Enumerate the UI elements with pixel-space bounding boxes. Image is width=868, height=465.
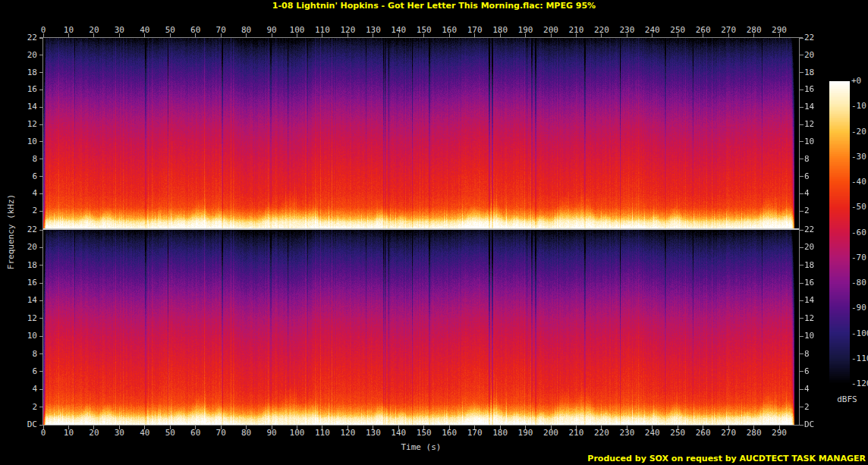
freq-tick-label-left-ch1: 6 [0,172,37,181]
freq-tick-label-left-ch1: 8 [0,155,37,164]
freq-tick-left-ch2 [39,336,43,337]
time-tick-label-top: 230 [615,26,638,35]
freq-tick-right-ch2 [800,230,804,231]
freq-tick-right-ch2 [800,283,804,284]
freq-tick-right-ch2 [800,336,804,337]
time-tick-label-bottom: 80 [235,429,258,438]
time-tick-label-top: 50 [159,26,181,35]
freq-tick-left-ch2 [39,230,43,231]
colorbar-tick-label: -20 [851,127,868,137]
freq-tick-left-ch1 [39,55,43,55]
time-tick-label-top: 70 [209,26,232,35]
time-tick-label-bottom: 270 [717,429,740,438]
freq-tick-left-ch1 [39,107,43,108]
freq-tick-left-ch2 [39,425,43,426]
freq-tick-label-right-ch1: 4 [804,189,830,198]
freq-tick-right-ch1 [800,90,804,90]
freq-tick-label-right-ch2: 10 [804,331,830,341]
freq-tick-label-right-ch2: 12 [804,314,830,323]
colorbar-tick-label: -30 [851,152,868,162]
colorbar-tick-label: -60 [851,228,868,237]
freq-tick-label-left-ch2: 6 [0,367,37,376]
credit-text: Produced by SOX on request by AUCDTECT T… [587,454,866,463]
colorbar-tick-label: -40 [851,178,868,187]
colorbar-tick-label: +0 [851,77,868,86]
freq-tick-left-ch2 [39,407,43,407]
colorbar-tick-label: -70 [851,253,868,262]
freq-tick-left-ch1 [39,211,43,212]
time-tick-label-bottom: 160 [438,429,461,438]
freq-tick-left-ch2 [39,300,43,301]
freq-tick-label-left-ch2: DC [0,420,37,429]
freq-tick-left-ch1 [39,90,43,90]
freq-tick-right-ch1 [800,38,804,39]
freq-tick-label-left-ch1: 16 [0,85,37,94]
freq-tick-label-left-ch1: 12 [0,120,37,129]
time-tick-label-top: 110 [311,26,334,35]
spectrogram-window: 1-08 Lightnin' Hopkins - Got Her Letter … [0,0,868,465]
freq-tick-left-ch1 [39,38,43,39]
bottom-axis-line [39,425,803,426]
freq-tick-label-right-ch2: 8 [804,350,830,359]
time-tick-label-bottom: 150 [413,429,436,438]
freq-tick-right-ch1 [800,107,804,108]
colorbar-tick-label: -80 [851,278,868,287]
freq-tick-right-ch1 [800,193,804,194]
freq-tick-label-left-ch2: 16 [0,278,37,287]
freq-tick-right-ch1 [800,124,804,125]
time-tick-label-top: 180 [489,26,511,35]
freq-tick-label-right-ch1: 10 [804,137,830,146]
freq-tick-left-ch1 [39,159,43,159]
time-tick-label-top: 80 [235,26,258,35]
time-tick-label-bottom: 280 [743,429,766,438]
colorbar-tick-label: -10 [851,102,868,111]
freq-tick-label-left-ch2: 22 [0,225,37,234]
freq-tick-right-ch2 [800,318,804,319]
time-tick-label-bottom: 250 [666,429,689,438]
right-axis-line [799,38,800,425]
freq-tick-label-right-ch2: 14 [804,296,830,305]
freq-tick-left-ch2 [39,265,43,265]
freq-tick-left-ch1 [39,124,43,125]
freq-tick-right-ch1 [800,141,804,142]
freq-tick-right-ch2 [800,300,804,301]
time-tick-label-top: 250 [666,26,689,35]
freq-tick-right-ch2 [800,407,804,407]
freq-tick-label-right-ch2: 4 [804,385,830,394]
colorbar-tick-label: -90 [851,303,868,313]
freq-tick-label-left-ch1: 20 [0,51,37,60]
time-tick-label-top: 240 [641,26,664,35]
time-tick-label-top: 150 [413,26,436,35]
time-tick-label-top: 100 [286,26,309,35]
freq-tick-left-ch1 [39,176,43,177]
freq-tick-right-ch1 [800,72,804,73]
time-tick-label-bottom: 20 [83,429,105,438]
time-tick-label-bottom: 40 [134,429,156,438]
freq-tick-label-right-ch1: 8 [804,155,830,164]
time-tick-label-top: 260 [692,26,715,35]
freq-tick-left-ch2 [39,318,43,319]
freq-tick-right-ch1 [800,55,804,55]
time-tick-label-bottom: 290 [768,429,791,438]
freq-tick-label-left-ch2: 2 [0,403,37,412]
time-tick-label-bottom: 10 [57,429,80,438]
freq-tick-label-right-ch2: 18 [804,261,830,270]
freq-tick-label-right-ch1: 14 [804,102,830,112]
spectrogram-channel-right [43,230,799,425]
freq-tick-label-right-ch1: 22 [804,33,830,42]
time-tick-label-top: 170 [464,26,486,35]
time-tick-label-top: 160 [438,26,461,35]
freq-tick-label-right-ch1: 16 [804,85,830,94]
freq-tick-label-left-ch1: 14 [0,102,37,112]
freq-tick-label-left-ch2: 14 [0,296,37,305]
time-tick-label-bottom: 140 [387,429,410,438]
time-tick-label-top: 190 [514,26,537,35]
freq-tick-right-ch2 [800,389,804,390]
colorbar-tick-label: -50 [851,203,868,212]
freq-tick-right-ch2 [800,353,804,354]
time-tick-label-top: 200 [539,26,562,35]
time-tick-label-top: 280 [743,26,766,35]
freq-tick-label-left-ch2: 10 [0,331,37,341]
freq-tick-left-ch1 [39,193,43,194]
colorbar-gradient [829,81,850,384]
